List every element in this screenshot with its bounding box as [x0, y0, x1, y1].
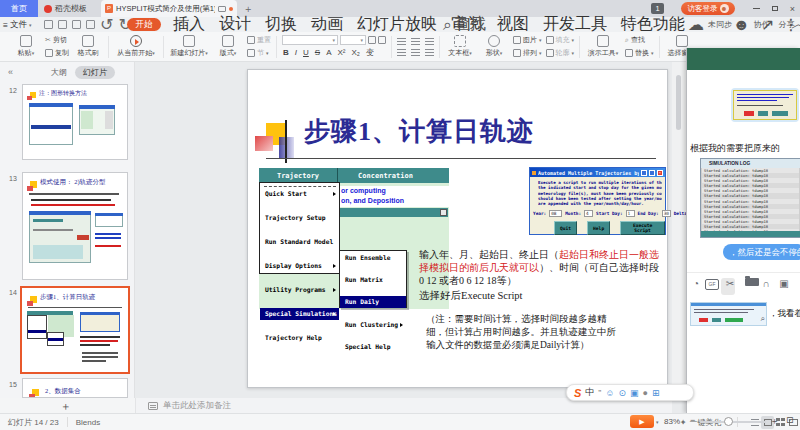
menu-item-trajectory-help[interactable]: Trajectory Help [260, 332, 339, 344]
ime-voice-icon[interactable]: ⊙ [619, 388, 627, 398]
start-day-input[interactable]: 1 [626, 210, 635, 217]
line-spacing-icon[interactable] [425, 49, 434, 56]
tab-home-ribbon[interactable]: 开始 [127, 18, 161, 31]
menu-item-special-simulations[interactable]: Special Simulations [260, 308, 339, 320]
bullet-list-icon[interactable] [397, 38, 406, 45]
slide-14[interactable]: 步骤1、计算日轨迹 Trajectory Concentration or co… [247, 69, 668, 388]
format-painter-button[interactable]: 格式刷 [73, 35, 103, 58]
add-slide-button[interactable]: ＋ [60, 399, 71, 414]
year-input[interactable]: 08 [549, 210, 562, 217]
chat-input-text[interactable]: ，我看着好 [769, 308, 800, 320]
reset-button[interactable]: 重置 [247, 35, 271, 45]
dialog-maximize-icon[interactable] [649, 170, 655, 176]
dialog-close-icon[interactable]: × [657, 170, 663, 176]
tab-home[interactable]: 首页 [0, 0, 38, 17]
submenu-run-clustering[interactable]: Run Clustering [340, 319, 406, 330]
outline-tab[interactable]: 大纲 [51, 67, 67, 78]
theme-name[interactable]: Blends [76, 418, 100, 427]
ime-mode[interactable]: 中 [585, 386, 594, 399]
user-count-badge[interactable]: 1 [651, 3, 664, 14]
tab-docer[interactable]: 稻壳模板 [40, 0, 100, 17]
cut-button[interactable]: ✂剪切 [45, 35, 69, 45]
search-box[interactable]: ⌕ 查找 [443, 17, 486, 32]
submenu-run-ensemble[interactable]: Run Ensemble [340, 252, 406, 263]
save-icon[interactable] [44, 20, 53, 29]
slides-tab[interactable]: 幻灯片 [75, 66, 115, 79]
play-from-current-button[interactable]: 从当前开始▾ [114, 35, 158, 58]
menu-item-utility-programs[interactable]: Utility Programs [260, 284, 339, 296]
slide-note-text[interactable]: （注：需要时间计算，选择时间段越多越精细，但计算占用时间越多。并且轨迹建立中所输… [426, 313, 622, 352]
help-button[interactable]: Help [587, 221, 610, 235]
emoji-icon[interactable]: ◔ [689, 278, 703, 289]
zoom-in-button[interactable]: ＋ [770, 415, 779, 428]
fill-button[interactable]: 填充▾ [546, 35, 575, 45]
slide-body-line2[interactable]: 选择好后Execute Script [419, 289, 523, 303]
end-day-input[interactable]: 30 [662, 210, 671, 217]
slide-thumbnail-12[interactable]: 注：图形转换方法 [22, 84, 128, 160]
ime-skin-icon[interactable]: ● [643, 388, 648, 398]
quit-button[interactable]: Quit [554, 221, 577, 235]
scrollbar-thumb[interactable] [676, 75, 681, 130]
slide-thumbnail-14-selected[interactable]: 步骤1、计算日轨迹 [20, 286, 130, 374]
dialog-minimize-icon[interactable] [641, 170, 647, 176]
ime-punct-icon[interactable]: ” [598, 388, 601, 398]
submenu-run-daily[interactable]: Run Daily [340, 296, 406, 307]
fullscreen-button[interactable]: ⊡ [786, 415, 794, 425]
submenu-special-help[interactable]: Special Help [340, 341, 406, 352]
slide-body-text[interactable]: 输入年、月、起始日、终止日（起始日和终止日一般选择模拟日的前后几天就可以）、时间… [419, 248, 663, 287]
send-image-icon[interactable]: ▣ [777, 278, 791, 289]
chat-image-bubble[interactable] [731, 88, 799, 122]
zoom-options-icon[interactable]: ▾ [682, 419, 685, 425]
outline-button[interactable]: 轮廓▾ [546, 48, 575, 58]
voice-call-icon[interactable]: ∩ [759, 278, 773, 289]
bold-button[interactable]: B [282, 48, 290, 57]
print-preview-icon[interactable] [72, 20, 81, 29]
find-button[interactable]: ⌕查找 [625, 35, 654, 45]
layout-button[interactable]: 版式▾ [213, 35, 243, 58]
slide-title[interactable]: 步骤1、计算日轨迹 [304, 114, 534, 149]
arrange-button[interactable]: 排列▾ [513, 48, 542, 58]
increase-font-icon[interactable] [368, 36, 376, 44]
screenshot-scissors-icon[interactable]: ✂ [723, 278, 737, 289]
print-icon[interactable] [58, 20, 67, 29]
presentation-tools-button[interactable]: 演示工具▾ [585, 35, 621, 58]
play-options-icon[interactable]: ▾ [656, 419, 659, 425]
paste-button[interactable]: 粘贴▾ [11, 35, 41, 58]
chat-window[interactable]: 根据我的需要把原来的 ✎ SIMULATION LOG Started calc… [686, 48, 800, 413]
concentration-tab[interactable]: Concentration [338, 172, 433, 180]
slide-thumbnail-15[interactable]: 2、数据集合 [22, 378, 128, 398]
zoom-slider-track[interactable] [700, 421, 766, 423]
send-file-icon[interactable] [745, 278, 759, 286]
section-button[interactable]: 节▾ [247, 48, 271, 58]
subscript-button[interactable]: X₂ [350, 48, 360, 57]
collapse-panel-icon[interactable]: « [8, 67, 13, 77]
textbox-button[interactable]: 文本框▾ [445, 35, 475, 58]
italic-button[interactable]: I [294, 48, 298, 57]
chat-text-bubble[interactable]: ，然后还是会不停的计 [723, 244, 800, 260]
underline-button[interactable]: U [302, 48, 310, 57]
superscript-button[interactable]: X² [336, 48, 346, 57]
zoom-out-button[interactable]: − [690, 415, 695, 425]
font-family-select[interactable]: ▾ [282, 35, 338, 45]
replace-button[interactable]: 替换▾ [625, 48, 654, 58]
align-left-icon[interactable] [397, 49, 406, 56]
collapse-ribbon-icon[interactable]: ︿ [791, 17, 800, 32]
font-size-select[interactable]: ▾ [340, 35, 366, 45]
ime-emoji-icon[interactable]: ☺ [605, 388, 614, 398]
menu-item-trajectory-setup[interactable]: Trajectory Setup [260, 212, 339, 224]
ime-toolbox-icon[interactable]: ⊞ [652, 388, 660, 398]
submenu-run-matrix[interactable]: Run Matrix [340, 274, 406, 285]
menu-item-display-options[interactable]: Display Options [260, 260, 339, 272]
menu-item-run-standard-model[interactable]: Run Standard Model [260, 236, 339, 248]
new-slide-button[interactable]: 新建幻灯片▾ [169, 35, 209, 58]
decrease-font-icon[interactable] [378, 36, 386, 44]
sync-status[interactable]: ☁ 未同步 ▾ [688, 17, 739, 32]
indent-icon[interactable] [425, 38, 434, 45]
slide-thumbnail-13[interactable]: 模式使用： 2)轨迹分型 [22, 172, 128, 280]
ime-logo[interactable]: S [574, 387, 581, 399]
execute-script-button[interactable]: Execute Script [620, 221, 665, 235]
text-effect-button[interactable]: 变 [365, 47, 375, 58]
file-menu[interactable]: ≡ 文件 ▾ [3, 17, 31, 32]
magnifier-icon[interactable]: ⌕ [761, 314, 765, 324]
chat-input-image[interactable]: ⌕ [690, 302, 767, 326]
